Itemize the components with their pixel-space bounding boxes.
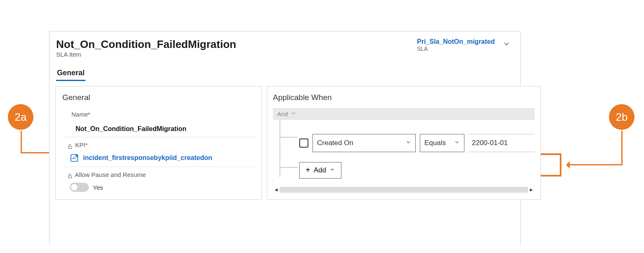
form-body: General Name* Not_On_Condition_FailedMig… [50, 81, 520, 200]
svg-rect-0 [69, 146, 72, 148]
parent-record-link[interactable]: Pri_Sla_NotOn_migrated [417, 38, 495, 45]
add-condition-button[interactable]: + Add [299, 162, 341, 179]
allow-pause-toggle[interactable] [70, 183, 89, 192]
tab-general[interactable]: General [56, 69, 85, 81]
header-right[interactable]: Pri_Sla_NotOn_migrated SLA [417, 38, 512, 52]
condition-field-select[interactable]: Created On [313, 134, 416, 152]
kpi-value-text: incident_firstresponsebykpiid_createdon [83, 154, 212, 162]
callout-2a: 2a [8, 104, 33, 130]
horizontal-scrollbar[interactable]: ◄ ► [273, 186, 535, 193]
record-entity: SLA Item [56, 51, 417, 58]
add-condition-row: + Add [277, 152, 535, 183]
condition-checkbox[interactable] [299, 138, 308, 148]
plus-icon: + [305, 166, 310, 175]
callout-2a-bubble: 2a [8, 104, 33, 130]
callout-2b-arrowhead [562, 161, 570, 169]
group-operator-and[interactable]: And [273, 108, 535, 120]
condition-value-input[interactable]: 2200-01-01 [469, 134, 535, 152]
callout-2b-connector-h [569, 164, 623, 165]
svg-point-2 [76, 155, 77, 157]
allow-pause-field: Allow Pause and Resume Yes [62, 167, 256, 195]
callout-2b-connector-v [621, 131, 623, 165]
name-field: Name* [62, 108, 256, 122]
name-value[interactable]: Not_On_Condition_FailedMigration [62, 122, 256, 137]
callout-2b-label: 2b [616, 111, 628, 124]
callout-2a-connector-h [21, 152, 54, 153]
chevron-down-icon [291, 110, 296, 117]
lock-icon [67, 172, 73, 179]
callout-2b-bubble: 2b [609, 104, 635, 130]
chevron-down-icon [329, 166, 335, 174]
kpi-value-link[interactable]: incident_firstresponsebykpiid_createdon [67, 151, 256, 164]
condition-operator-select[interactable]: Equals [420, 134, 464, 152]
allow-pause-value: Yes [93, 184, 103, 191]
required-star: * [85, 141, 88, 148]
condition-tree: Created On Equals 2200-01-01 [277, 120, 535, 183]
general-section-title: General [62, 93, 256, 102]
scroll-track[interactable] [279, 187, 528, 193]
condition-row: Created On Equals 2200-01-01 [277, 120, 535, 152]
record-title: Not_On_Condition_FailedMigration [56, 38, 417, 51]
chevron-down-icon [405, 139, 411, 147]
svg-rect-3 [69, 176, 72, 178]
condition-operator-text: Equals [424, 139, 446, 147]
allow-pause-label: Allow Pause and Resume [67, 171, 256, 181]
parent-record[interactable]: Pri_Sla_NotOn_migrated SLA [417, 38, 495, 52]
scroll-left-icon[interactable]: ◄ [273, 187, 279, 193]
form-frame: Not_On_Condition_FailedMigration SLA Ite… [49, 31, 521, 246]
chevron-down-icon [454, 139, 460, 147]
callout-2b: 2b [609, 104, 635, 130]
allow-pause-toggle-row: Yes [67, 180, 256, 192]
condition-field-text: Created On [317, 139, 353, 147]
condition-value-text: 2200-01-01 [472, 139, 508, 147]
tab-strip: General [50, 60, 520, 81]
group-operator-text: And [277, 110, 288, 117]
kpi-field: KPI* incident_firstresponsebykpiid_creat… [62, 137, 256, 167]
header-left: Not_On_Condition_FailedMigration SLA Ite… [56, 38, 417, 58]
kpi-icon [70, 153, 79, 162]
applicable-when-title: Applicable When [273, 93, 535, 102]
required-star: * [88, 111, 90, 118]
general-section: General Name* Not_On_Condition_FailedMig… [55, 86, 262, 200]
chevron-down-icon[interactable] [502, 38, 511, 48]
applicable-when-section: Applicable When And Created On E [267, 86, 541, 200]
name-label: Name* [71, 111, 256, 119]
form-header: Not_On_Condition_FailedMigration SLA Ite… [50, 31, 520, 60]
callout-2a-connector-v [21, 131, 22, 153]
scroll-right-icon[interactable]: ► [528, 187, 535, 193]
kpi-label: KPI* [67, 141, 256, 151]
parent-record-entity: SLA [417, 45, 495, 52]
lock-icon [67, 142, 73, 149]
add-label: Add [314, 166, 326, 174]
callout-2a-label: 2a [15, 111, 27, 124]
